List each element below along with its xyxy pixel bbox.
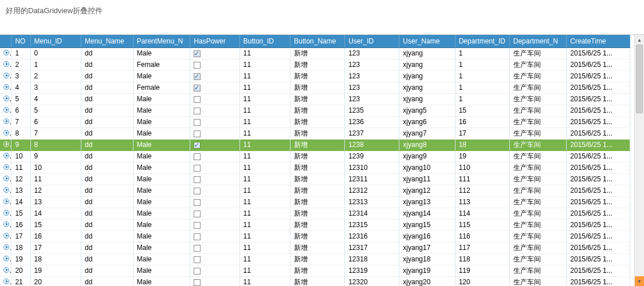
cell-menu-name[interactable]: dd [81, 70, 133, 82]
cell-menu-id[interactable]: 3 [30, 82, 81, 93]
cell-button-id[interactable]: 11 [239, 150, 290, 162]
cell-haspower[interactable] [190, 208, 239, 219]
cell-department-n[interactable]: 生产车间 [509, 208, 567, 219]
table-row[interactable]: 98ddMale11新增1238xjyang818生产车间2015/6/25 1… [0, 139, 630, 150]
cell-user-id[interactable]: 12311 [345, 173, 399, 185]
cell-user-id[interactable]: 12315 [345, 219, 399, 231]
expand-icon[interactable] [3, 61, 9, 67]
expand-icon[interactable] [3, 84, 9, 90]
expand-icon[interactable] [3, 244, 9, 250]
table-row[interactable]: 2120ddMale11新增12320xjyang20120生产车间2015/6… [0, 276, 630, 286]
haspower-checkbox[interactable] [194, 256, 201, 263]
cell-button-name[interactable]: 新增 [290, 93, 345, 105]
cell-createtime[interactable]: 2015/6/25 1... [567, 173, 630, 185]
cell-menu-id[interactable]: 8 [30, 139, 81, 150]
haspower-checkbox[interactable] [194, 268, 201, 275]
cell-no[interactable]: 9 [11, 139, 30, 150]
table-row[interactable]: 10ddMale11新增123xjyang1生产车间2015/6/25 1... [0, 47, 630, 59]
cell-button-id[interactable]: 11 [239, 105, 290, 116]
cell-department-n[interactable]: 生产车间 [509, 116, 567, 128]
cell-menu-id[interactable]: 0 [30, 47, 81, 59]
cell-user-name[interactable]: xjyang9 [399, 150, 455, 162]
cell-haspower[interactable] [190, 265, 239, 276]
cell-button-id[interactable]: 11 [239, 139, 290, 150]
cell-haspower[interactable] [190, 59, 239, 70]
expand-icon[interactable] [3, 73, 9, 78]
cell-haspower[interactable] [190, 105, 239, 116]
scroll-up-arrow-icon[interactable]: ▲ [635, 35, 644, 45]
table-row[interactable]: 21ddFemale11新增123xjyang1生产车间2015/6/25 1.… [0, 59, 630, 70]
expand-icon[interactable] [3, 153, 9, 158]
cell-parentmenu-n[interactable]: Male [133, 70, 190, 82]
cell-no[interactable]: 6 [11, 105, 30, 116]
cell-department-id[interactable]: 1 [455, 70, 509, 82]
col-button-id[interactable]: Button_ID [239, 35, 290, 47]
cell-createtime[interactable]: 2015/6/25 1... [567, 276, 630, 286]
cell-user-id[interactable]: 12312 [345, 185, 399, 196]
cell-department-id[interactable]: 16 [455, 116, 509, 128]
cell-button-id[interactable]: 11 [239, 116, 290, 128]
haspower-checkbox[interactable] [194, 245, 201, 252]
cell-department-id[interactable]: 1 [455, 47, 509, 59]
cell-user-id[interactable]: 12313 [345, 196, 399, 208]
cell-menu-id[interactable]: 20 [30, 276, 81, 286]
expand-cell[interactable] [0, 265, 11, 276]
expand-cell[interactable] [0, 59, 11, 70]
cell-button-name[interactable]: 新增 [290, 276, 345, 286]
cell-createtime[interactable]: 2015/6/25 1... [567, 47, 630, 59]
cell-menu-id[interactable]: 6 [30, 116, 81, 128]
cell-button-name[interactable]: 新增 [290, 150, 345, 162]
cell-createtime[interactable]: 2015/6/25 1... [567, 59, 630, 70]
table-row[interactable]: 32ddMale11新增123xjyang1生产车间2015/6/25 1... [0, 70, 630, 82]
cell-parentmenu-n[interactable]: Female [133, 82, 190, 93]
cell-menu-name[interactable]: dd [81, 276, 133, 286]
cell-user-name[interactable]: xjyang5 [399, 105, 455, 116]
expand-icon[interactable] [3, 130, 9, 136]
cell-parentmenu-n[interactable]: Male [133, 93, 190, 105]
cell-button-name[interactable]: 新增 [290, 116, 345, 128]
cell-button-id[interactable]: 11 [239, 276, 290, 286]
cell-department-id[interactable]: 112 [455, 185, 509, 196]
cell-user-id[interactable]: 1235 [345, 105, 399, 116]
cell-parentmenu-n[interactable]: Male [133, 196, 190, 208]
cell-menu-name[interactable]: dd [81, 128, 133, 139]
cell-menu-id[interactable]: 11 [30, 173, 81, 185]
cell-createtime[interactable]: 2015/6/25 1... [567, 82, 630, 93]
expand-icon[interactable] [3, 198, 9, 204]
expand-icon[interactable] [3, 210, 9, 216]
cell-createtime[interactable]: 2015/6/25 1... [567, 70, 630, 82]
cell-button-name[interactable]: 新增 [290, 173, 345, 185]
cell-department-n[interactable]: 生产车间 [509, 70, 567, 82]
haspower-checkbox[interactable] [194, 199, 201, 206]
cell-department-id[interactable]: 119 [455, 265, 509, 276]
cell-button-id[interactable]: 11 [239, 93, 290, 105]
haspower-checkbox[interactable] [194, 119, 201, 126]
expand-icon[interactable] [3, 141, 9, 147]
cell-haspower[interactable] [190, 196, 239, 208]
haspower-checkbox[interactable] [194, 108, 201, 114]
expand-icon[interactable] [3, 233, 9, 239]
haspower-checkbox[interactable] [194, 188, 201, 194]
table-row[interactable]: 1514ddMale11新增12314xjyang14114生产车间2015/6… [0, 208, 630, 219]
cell-department-n[interactable]: 生产车间 [509, 150, 567, 162]
table-row[interactable]: 43ddFemale11新增123xjyang1生产车间2015/6/25 1.… [0, 82, 630, 93]
cell-haspower[interactable] [190, 219, 239, 231]
cell-menu-name[interactable]: dd [81, 105, 133, 116]
scroll-down-arrow-icon[interactable]: ▼ [635, 276, 644, 286]
cell-menu-name[interactable]: dd [81, 242, 133, 253]
cell-menu-name[interactable]: dd [81, 173, 133, 185]
cell-user-name[interactable]: xjyang16 [399, 231, 455, 242]
cell-no[interactable]: 13 [11, 185, 30, 196]
expand-cell[interactable] [0, 219, 11, 231]
cell-user-name[interactable]: xjyang [399, 47, 455, 59]
cell-user-id[interactable]: 1236 [345, 116, 399, 128]
cell-button-id[interactable]: 11 [239, 128, 290, 139]
cell-department-id[interactable]: 18 [455, 139, 509, 150]
cell-haspower[interactable] [190, 139, 239, 150]
cell-parentmenu-n[interactable]: Male [133, 231, 190, 242]
expand-cell[interactable] [0, 185, 11, 196]
datagrid-scroll[interactable]: NO Menu_ID Menu_Name ParentMenu_N HasPow… [0, 35, 634, 286]
cell-haspower[interactable] [190, 253, 239, 265]
cell-department-id[interactable]: 115 [455, 219, 509, 231]
haspower-checkbox[interactable] [194, 142, 201, 149]
